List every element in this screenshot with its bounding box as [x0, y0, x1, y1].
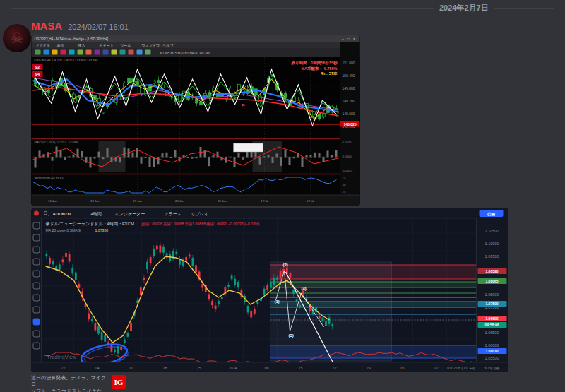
svg-text:1.06500: 1.06500	[485, 331, 499, 335]
svg-text:0.0025: 0.0025	[343, 141, 352, 144]
svg-text:150.400: 150.400	[343, 73, 355, 78]
svg-text:1.10500: 1.10500	[485, 229, 499, 233]
svg-text:94: 94	[35, 72, 40, 76]
svg-text:1.05500: 1.05500	[485, 356, 499, 360]
mt4-screenshot: USDJPY,H4 - MT4 true - Hedge - [USDJPY,H…	[31, 35, 360, 206]
svg-text:アラート: アラート	[165, 212, 182, 216]
svg-text:ツール: ツール	[121, 43, 131, 47]
attachment-tradingview-chart[interactable]: (1)(2)(3)(4)(5) AUDNZD4時間インジケーターアラートリプレイ…	[31, 208, 509, 372]
svg-text:50: 50	[343, 183, 346, 186]
attachment-mt4-chart[interactable]: USDJPY,H4 - MT4 true - Hedge - [USDJPY,H…	[31, 35, 360, 206]
svg-text:25 Jan: 25 Jan	[175, 199, 185, 203]
svg-text:(2): (2)	[283, 263, 288, 267]
svg-text:–: –	[342, 37, 344, 41]
svg-text:149.800: 149.800	[343, 86, 355, 90]
svg-text:04: 04	[95, 366, 99, 370]
svg-text:18: 18	[162, 366, 167, 370]
ig-logo[interactable]: IG	[112, 375, 126, 389]
svg-text:11: 11	[129, 366, 133, 370]
svg-text:148.025: 148.025	[343, 122, 356, 126]
svg-text:15: 15	[298, 366, 302, 370]
svg-text:4h：57本: 4h：57本	[321, 71, 338, 76]
date-divider-label: 2024年2月7日	[434, 3, 494, 13]
svg-text:25: 25	[196, 366, 201, 370]
mt4-menubar[interactable]: ファイル表示挿入チャートツールウィンドウヘルプ	[36, 43, 174, 47]
svg-text:4時間: 4時間	[91, 212, 102, 217]
svg-text:2024: 2024	[228, 366, 237, 370]
svg-text:92: 92	[35, 65, 40, 69]
svg-text:08: 08	[264, 366, 268, 370]
svg-text:1.10000: 1.10000	[485, 242, 499, 246]
svg-text:ファイル: ファイル	[36, 43, 50, 47]
mt4-ohlc-readout: USDJPY,H4 148.025 148.155 147.858 147.93…	[35, 59, 99, 62]
caption-line-2: ソフト、クラウドストライクなど。	[31, 388, 110, 392]
svg-text:148.600: 148.600	[343, 112, 355, 116]
svg-text:1.07500: 1.07500	[485, 302, 498, 306]
svg-text:MA乖離率：-0.758%: MA乖離率：-0.758%	[301, 66, 337, 71]
svg-text:1.09500: 1.09500	[485, 254, 499, 259]
svg-text:(4): (4)	[302, 287, 307, 291]
svg-text:表示: 表示	[57, 43, 64, 47]
chat-message: ☠ MASA 2024/02/07 16:01 USDJPY,H4 - MT4 …	[0, 20, 565, 392]
svg-text:1.06010: 1.06010	[485, 349, 498, 353]
caption-row: 近日の決算発表。テスラ、マイクロ ソフト、クラウドストライクなど。 IG	[31, 374, 565, 392]
tv-price-scale[interactable]	[477, 218, 509, 362]
svg-text:27: 27	[61, 366, 65, 370]
svg-text:6 Feb: 6 Feb	[307, 199, 315, 203]
message-header: MASA 2024/02/07 16:01	[31, 20, 565, 32]
tv-ma-value: 1.07380	[95, 228, 109, 232]
svg-text:リプレイ: リプレイ	[191, 212, 209, 217]
svg-text:0.0000: 0.0000	[343, 155, 352, 158]
message-body: MASA 2024/02/07 16:01 USDJPY,H4 - MT4 tr…	[31, 20, 565, 392]
tv-ma-legend[interactable]: MA 20 close 0 SMA 9	[46, 228, 81, 232]
svg-text:22: 22	[332, 366, 336, 370]
svg-text:05: 05	[400, 366, 404, 370]
username[interactable]: MASA	[31, 20, 62, 32]
svg-text:(3): (3)	[289, 333, 294, 338]
svg-text:AUDNZD: AUDNZD	[53, 212, 71, 216]
svg-text:ウィンドウ: ウィンドウ	[142, 43, 160, 47]
svg-text:残り時間：1時間56分35秒: 残り時間：1時間56分35秒	[291, 61, 338, 66]
svg-text:75: 75	[343, 176, 346, 179]
svg-text:挿入: 挿入	[78, 43, 85, 47]
svg-text:1.06000: 1.06000	[485, 343, 499, 348]
svg-text:25: 25	[343, 190, 346, 194]
mt4-macd-label: MACD(12,26,9) -0.0154 -0.0189	[35, 141, 78, 144]
svg-text:×: ×	[242, 102, 245, 107]
svg-text:インジケーター: インジケーター	[115, 212, 145, 216]
svg-text:23 Jan: 23 Jan	[133, 199, 143, 203]
svg-text:✕: ✕	[352, 37, 355, 41]
tv-symbol-legend[interactable]: 豪ドル/ニュージーランドドル・4時間・FXCM	[46, 222, 134, 227]
svg-text:1 Feb: 1 Feb	[261, 199, 269, 203]
tv-top-toolbar	[32, 208, 509, 218]
svg-text:ヘルプ: ヘルプ	[163, 43, 174, 47]
svg-text:29: 29	[366, 366, 370, 370]
svg-text:1.08000: 1.08000	[485, 292, 499, 297]
publish-button-label: 公開	[487, 212, 496, 217]
svg-text:151.000: 151.000	[343, 61, 355, 65]
svg-text:(1): (1)	[275, 299, 280, 304]
svg-text:-0.0025: -0.0025	[343, 169, 353, 172]
tradingview-screenshot: (1)(2)(3)(4)(5) AUDNZD4時間インジケーターアラートリプレイ…	[31, 208, 509, 372]
svg-text:1.08390: 1.08390	[485, 269, 498, 273]
svg-text:□: □	[347, 37, 350, 41]
tv-chart-area	[42, 218, 477, 362]
svg-text:1.08065: 1.08065	[485, 279, 498, 283]
tv-scale-settings[interactable]: ％ log 自動	[484, 367, 500, 370]
mt4-momentum-label: Momentum(20) 99.85	[35, 176, 64, 179]
caption-line-1: 近日の決算発表。テスラ、マイクロ	[31, 374, 110, 388]
svg-text:16 Jan: 16 Jan	[48, 199, 58, 203]
tv-clock: 10:02:06 (UTC+9)	[446, 366, 475, 370]
svg-text:18 Jan: 18 Jan	[90, 199, 100, 203]
date-divider: 2024年2月7日	[11, 8, 554, 9]
svg-text:149.200: 149.200	[343, 99, 355, 103]
avatar[interactable]: ☠	[3, 24, 31, 52]
message-caption: 近日の決算発表。テスラ、マイクロ ソフト、クラウドストライクなど。	[31, 374, 110, 392]
svg-text:1.06890: 1.06890	[485, 316, 498, 321]
svg-text:チャート: チャート	[100, 43, 114, 47]
timestamp: 2024/02/07 16:01	[68, 23, 129, 31]
tv-account-avatar[interactable]	[34, 211, 39, 216]
mt4-window-title: USDJPY,H4 - MT4 true - Hedge - [USDJPY,H…	[35, 37, 109, 41]
svg-text:04:58:06: 04:58:06	[484, 323, 499, 327]
mt4-period-buttons[interactable]: M1 M5 M15 M30 H1 H4 D1 W1 MN	[160, 52, 210, 55]
